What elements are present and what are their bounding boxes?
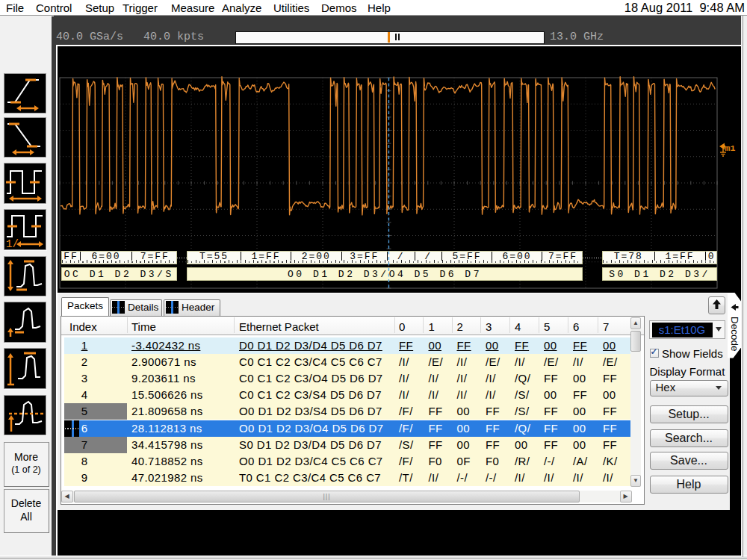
svg-text:Decode: Decode [729, 317, 740, 352]
